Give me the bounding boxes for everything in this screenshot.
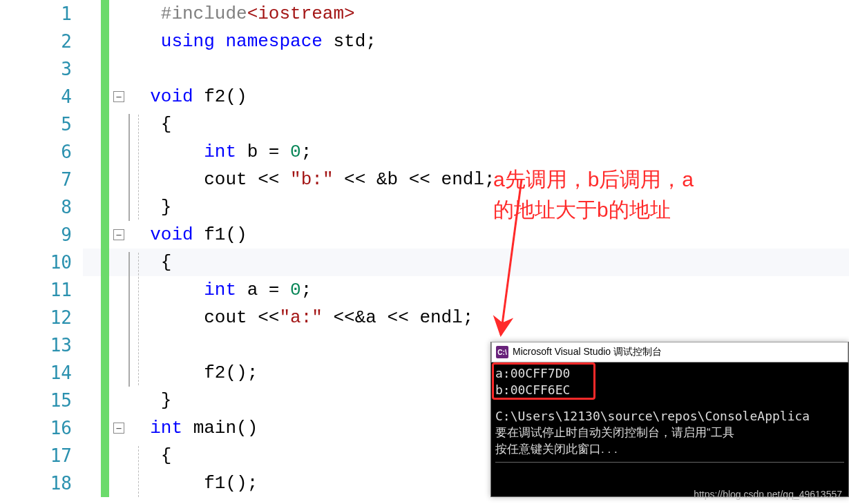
fold-toggle-icon[interactable]: −	[113, 91, 124, 102]
bracket-match-guide	[128, 252, 130, 387]
code-line[interactable]: int main()	[128, 414, 258, 442]
code-line[interactable]: using namespace std;	[128, 28, 376, 55]
fold-toggle-icon[interactable]: −	[113, 423, 124, 434]
indent-guide	[138, 115, 139, 220]
code-line[interactable]: int a = 0;	[128, 276, 312, 304]
code-line[interactable]: cout <<"a:" <<&a << endl;	[128, 304, 473, 331]
annotation-line: a先调用，b后调用，a	[493, 164, 694, 195]
console-separator	[495, 462, 844, 463]
console-output-line: a:00CFF7D0	[495, 365, 844, 382]
code-line[interactable]: #include<iostream>	[128, 0, 355, 28]
line-number: 15	[0, 387, 83, 414]
line-number: 8	[0, 193, 83, 221]
current-line-highlight	[0, 249, 849, 276]
console-body[interactable]: a:00CFF7D0 b:00CFF6EC C:\Users\12130\sou…	[491, 362, 848, 468]
line-number: 1	[0, 0, 83, 28]
vs-console-icon: C:\	[496, 346, 508, 358]
console-title: Microsoft Visual Studio 调试控制台	[513, 346, 662, 358]
line-number: 5	[0, 110, 83, 138]
line-number: 4	[0, 83, 83, 110]
console-output-line: 按任意键关闭此窗口. . .	[495, 441, 844, 458]
line-number: 14	[0, 359, 83, 387]
code-line[interactable]: f2();	[128, 359, 258, 387]
console-output-line: C:\Users\12130\source\repos\ConsoleAppli…	[495, 408, 844, 425]
annotation-line: 的地址大于b的地址	[493, 195, 694, 225]
code-line[interactable]: int b = 0;	[128, 138, 312, 166]
fold-toggle-icon[interactable]: −	[113, 229, 124, 240]
code-line[interactable]: {	[128, 249, 171, 276]
console-output-line: 要在调试停止时自动关闭控制台，请启用“工具	[495, 425, 844, 441]
line-number: 9	[0, 221, 83, 249]
code-line[interactable]: void f1()	[128, 221, 247, 249]
indent-guide	[138, 253, 139, 385]
line-number: 2	[0, 28, 83, 55]
code-line[interactable]	[128, 55, 161, 83]
line-number: 12	[0, 304, 83, 331]
line-number: 10	[0, 249, 83, 276]
line-number: 11	[0, 276, 83, 304]
line-number: 18	[0, 469, 83, 497]
console-titlebar[interactable]: C:\ Microsoft Visual Studio 调试控制台	[491, 342, 848, 362]
code-line[interactable]	[128, 331, 204, 359]
line-number: 13	[0, 331, 83, 359]
line-number: 6	[0, 138, 83, 166]
code-line[interactable]: cout << "b:" << &b << endl;	[128, 166, 495, 193]
code-line[interactable]: }	[128, 387, 171, 414]
indent-guide	[138, 446, 139, 497]
code-line[interactable]: {	[128, 442, 171, 469]
code-line[interactable]: void f2()	[128, 83, 247, 110]
change-indicator-bar	[101, 0, 109, 497]
debug-console-window[interactable]: C:\ Microsoft Visual Studio 调试控制台 a:00CF…	[490, 342, 849, 497]
code-editor: 123456789101112131415161718 #include<ios…	[0, 0, 849, 504]
line-number: 17	[0, 442, 83, 469]
line-number: 3	[0, 55, 83, 83]
line-number: 7	[0, 166, 83, 193]
console-output-line: b:00CFF6EC	[495, 382, 844, 398]
line-number: 16	[0, 414, 83, 442]
code-line[interactable]: {	[128, 110, 171, 138]
annotation-text: a先调用，b后调用，a 的地址大于b的地址	[493, 164, 694, 225]
code-line[interactable]: f1();	[128, 469, 258, 497]
line-number-gutter: 123456789101112131415161718	[0, 0, 83, 504]
code-line[interactable]: }	[128, 193, 171, 221]
bracket-match-guide	[128, 114, 130, 221]
